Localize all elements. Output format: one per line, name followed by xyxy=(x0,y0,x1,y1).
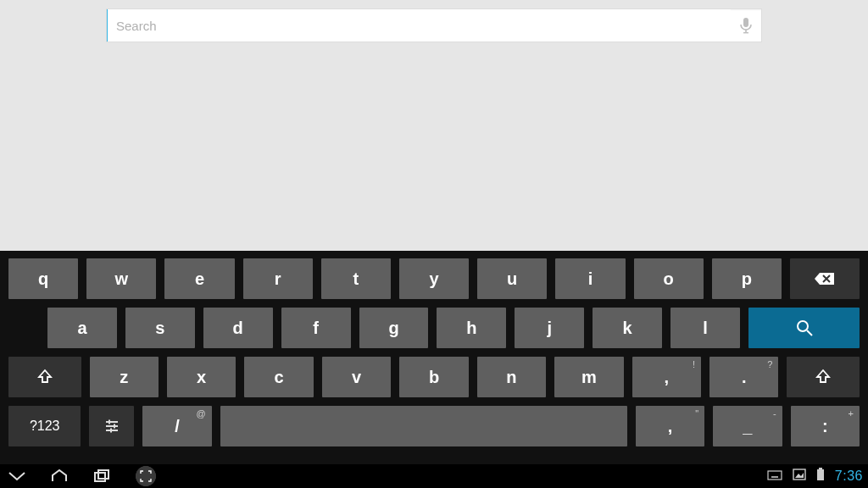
shift-icon xyxy=(36,369,53,385)
key-slash[interactable]: / @ xyxy=(142,406,211,446)
key-settings[interactable] xyxy=(89,406,134,446)
svg-rect-0 xyxy=(743,18,748,27)
onscreen-keyboard: q w e r t y u i o p a s d f g h j k l xyxy=(0,251,868,464)
key-l[interactable]: l xyxy=(670,308,740,348)
key-o[interactable]: o xyxy=(634,258,704,299)
key-a[interactable]: a xyxy=(47,308,117,348)
key-k[interactable]: k xyxy=(593,308,662,348)
svg-rect-12 xyxy=(98,470,108,479)
key-s[interactable]: s xyxy=(125,308,195,348)
svg-rect-22 xyxy=(817,469,824,480)
svg-rect-6 xyxy=(106,425,118,427)
svg-rect-2 xyxy=(743,32,748,33)
key-p[interactable]: p xyxy=(712,258,782,299)
svg-marker-20 xyxy=(795,473,804,478)
key-search[interactable] xyxy=(748,308,860,348)
key-b[interactable]: b xyxy=(399,357,468,397)
key-v[interactable]: v xyxy=(322,357,391,397)
nav-recents-icon[interactable] xyxy=(90,464,114,488)
key-q[interactable]: q xyxy=(8,258,78,299)
key-e[interactable]: e xyxy=(164,258,234,299)
key-c[interactable]: c xyxy=(244,357,313,397)
key-j[interactable]: j xyxy=(515,308,584,348)
key-n[interactable]: n xyxy=(477,357,546,397)
key-colon[interactable]: : + xyxy=(791,406,860,446)
search-box[interactable] xyxy=(106,8,762,42)
status-clock: 7:36 xyxy=(835,469,863,484)
backspace-icon xyxy=(812,271,837,286)
settings-icon xyxy=(104,419,120,434)
key-comma-2[interactable]: , " xyxy=(636,406,704,446)
nav-screenshot-icon[interactable] xyxy=(132,464,159,488)
svg-rect-8 xyxy=(108,420,110,424)
svg-rect-13 xyxy=(768,471,782,480)
key-t[interactable]: t xyxy=(321,258,391,299)
ime-switch-icon[interactable] xyxy=(767,469,782,484)
key-m[interactable]: m xyxy=(554,357,623,397)
key-shift-right[interactable] xyxy=(787,357,860,397)
mic-icon[interactable] xyxy=(731,17,761,34)
key-x[interactable]: x xyxy=(167,357,236,397)
key-y[interactable]: y xyxy=(399,258,469,299)
svg-line-4 xyxy=(807,330,812,336)
key-u[interactable]: u xyxy=(477,258,547,299)
key-h[interactable]: h xyxy=(437,308,506,348)
key-r[interactable]: r xyxy=(243,258,313,299)
svg-rect-21 xyxy=(819,468,822,469)
svg-point-3 xyxy=(798,321,808,331)
svg-rect-10 xyxy=(110,429,112,433)
key-space[interactable] xyxy=(220,406,627,446)
key-backspace[interactable] xyxy=(790,258,860,299)
svg-rect-11 xyxy=(95,473,105,481)
key-f[interactable]: f xyxy=(281,308,351,348)
key-underscore[interactable]: _ - xyxy=(713,406,782,446)
search-icon xyxy=(795,319,814,337)
key-w[interactable]: w xyxy=(86,258,156,299)
nav-back-down-icon[interactable] xyxy=(5,464,29,488)
key-d[interactable]: d xyxy=(203,308,273,348)
key-g[interactable]: g xyxy=(359,308,429,348)
picture-status-icon xyxy=(793,469,806,484)
shift-icon xyxy=(815,369,832,385)
key-mode-switch[interactable]: ?123 xyxy=(8,406,81,446)
key-period[interactable]: . ? xyxy=(709,357,778,397)
battery-status-icon xyxy=(816,468,825,485)
key-z[interactable]: z xyxy=(90,357,159,397)
key-comma[interactable]: , ! xyxy=(632,357,701,397)
svg-rect-1 xyxy=(745,30,747,32)
key-i[interactable]: i xyxy=(555,258,625,299)
system-bar: 7:36 xyxy=(0,464,868,488)
svg-rect-9 xyxy=(114,424,115,429)
key-shift-left[interactable] xyxy=(8,357,81,397)
nav-home-icon[interactable] xyxy=(47,464,71,488)
search-input[interactable] xyxy=(107,9,731,42)
svg-rect-5 xyxy=(106,421,118,423)
